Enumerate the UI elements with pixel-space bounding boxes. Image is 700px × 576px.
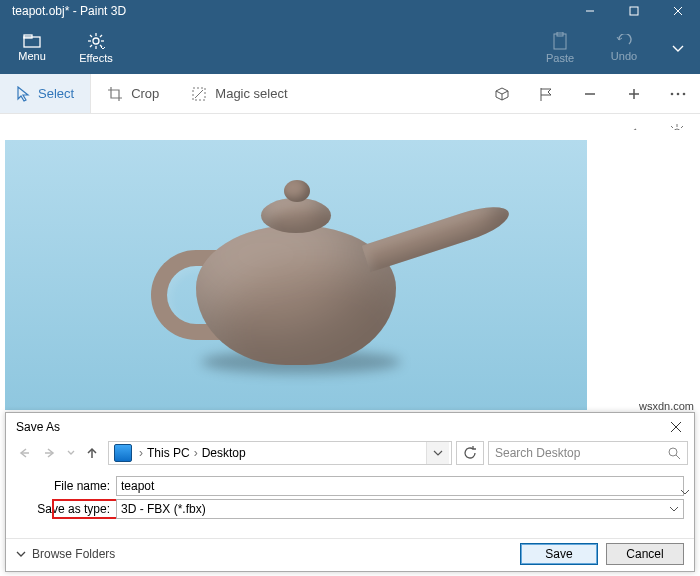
menu-label: Menu xyxy=(18,50,46,62)
maximize-button[interactable] xyxy=(612,0,656,22)
undo-icon xyxy=(615,34,633,48)
svg-line-30 xyxy=(671,126,673,128)
nav-up-button[interactable] xyxy=(80,442,104,464)
minus-button[interactable] xyxy=(568,74,612,114)
svg-point-22 xyxy=(671,92,674,95)
svg-point-6 xyxy=(93,38,99,44)
title-bar: teapot.obj* - Paint 3D xyxy=(0,0,700,22)
cancel-button-label: Cancel xyxy=(626,547,663,561)
more-button[interactable] xyxy=(656,74,700,114)
window-title: teapot.obj* - Paint 3D xyxy=(0,4,568,18)
minus-icon xyxy=(583,87,597,101)
chevron-down-icon xyxy=(680,487,690,497)
breadcrumb-thispc[interactable]: This PC xyxy=(147,446,190,460)
file-name-dropdown[interactable] xyxy=(676,413,694,571)
teapot-model xyxy=(156,170,436,380)
svg-rect-1 xyxy=(630,7,638,15)
svg-point-23 xyxy=(677,92,680,95)
effects-button[interactable]: Effects xyxy=(64,22,128,74)
browse-folders-toggle[interactable]: Browse Folders xyxy=(16,547,115,561)
tool-magic-label: Magic select xyxy=(215,86,287,101)
minimize-button[interactable] xyxy=(568,0,612,22)
svg-point-24 xyxy=(683,92,686,95)
breadcrumb-desktop[interactable]: Desktop xyxy=(202,446,246,460)
refresh-button[interactable] xyxy=(456,441,484,465)
undo-label: Undo xyxy=(611,50,637,62)
undo-button: Undo xyxy=(592,22,656,74)
effects-label: Effects xyxy=(79,52,112,64)
save-button-label: Save xyxy=(545,547,572,561)
folder-icon xyxy=(23,34,41,48)
dialog-title: Save As xyxy=(16,420,664,434)
arrow-left-icon xyxy=(17,446,31,460)
paste-label: Paste xyxy=(546,52,574,64)
svg-line-33 xyxy=(681,126,683,128)
search-input[interactable]: Search Desktop xyxy=(488,441,688,465)
canvas-3d-view[interactable] xyxy=(5,140,587,410)
cancel-button[interactable]: Cancel xyxy=(606,543,684,565)
watermark: wsxdn.com xyxy=(639,400,694,412)
nav-forward-button[interactable] xyxy=(38,442,62,464)
save-type-dropdown[interactable] xyxy=(665,500,683,518)
chevron-down-icon xyxy=(67,447,75,459)
chevron-down-icon xyxy=(16,549,26,559)
rotate-3d-button[interactable] xyxy=(480,74,524,114)
close-button[interactable] xyxy=(656,0,700,22)
chevron-down-icon xyxy=(671,41,685,55)
tool-select[interactable]: Select xyxy=(0,74,91,113)
paste-button: Paste xyxy=(528,22,592,74)
breadcrumb-sep-0: › xyxy=(135,446,147,460)
nav-recent-button[interactable] xyxy=(64,442,78,464)
edit-toolbar: Select Crop Magic select xyxy=(0,74,700,114)
tool-magic-select[interactable]: Magic select xyxy=(175,74,303,113)
browse-folders-label: Browse Folders xyxy=(32,547,115,561)
save-type-label: Save as type: xyxy=(16,502,116,516)
clipboard-icon xyxy=(552,32,568,50)
tool-select-label: Select xyxy=(38,86,74,101)
svg-line-12 xyxy=(100,45,102,47)
tool-crop[interactable]: Crop xyxy=(91,74,175,113)
crop-icon xyxy=(107,86,123,102)
magic-select-icon xyxy=(191,86,207,102)
refresh-icon xyxy=(463,446,477,460)
save-type-value: 3D - FBX (*.fbx) xyxy=(121,502,206,516)
svg-line-11 xyxy=(90,35,92,37)
breadcrumb-sep-1: › xyxy=(190,446,202,460)
file-name-label: File name: xyxy=(16,479,116,493)
plus-icon xyxy=(627,87,641,101)
search-placeholder: Search Desktop xyxy=(495,446,668,460)
svg-line-13 xyxy=(90,45,92,47)
svg-line-18 xyxy=(195,90,203,98)
cursor-icon xyxy=(16,86,30,102)
nav-back-button[interactable] xyxy=(12,442,36,464)
cube-icon xyxy=(493,87,511,101)
breadcrumb-bar[interactable]: › This PC › Desktop xyxy=(108,441,452,465)
flag-button[interactable] xyxy=(524,74,568,114)
flag-icon xyxy=(538,86,554,102)
save-button[interactable]: Save xyxy=(520,543,598,565)
plus-button[interactable] xyxy=(612,74,656,114)
svg-line-14 xyxy=(100,35,102,37)
file-name-input[interactable]: teapot xyxy=(116,476,684,496)
save-as-dialog: Save As › This PC › Desktop Search Deskt… xyxy=(5,412,695,572)
ribbon-expand[interactable] xyxy=(656,22,700,74)
chevron-down-icon xyxy=(433,448,443,458)
menu-button[interactable]: Menu xyxy=(0,22,64,74)
this-pc-icon xyxy=(114,444,132,462)
tool-crop-label: Crop xyxy=(131,86,159,101)
ribbon: Menu Effects Paste Undo xyxy=(0,22,700,74)
ellipsis-icon xyxy=(670,91,686,97)
save-type-select[interactable]: 3D - FBX (*.fbx) xyxy=(116,499,684,519)
sun-icon xyxy=(87,32,105,50)
arrow-right-icon xyxy=(43,446,57,460)
arrow-up-icon xyxy=(85,446,99,460)
breadcrumb-dropdown[interactable] xyxy=(426,442,449,464)
chevron-down-icon xyxy=(669,504,679,514)
file-name-value: teapot xyxy=(121,479,154,493)
